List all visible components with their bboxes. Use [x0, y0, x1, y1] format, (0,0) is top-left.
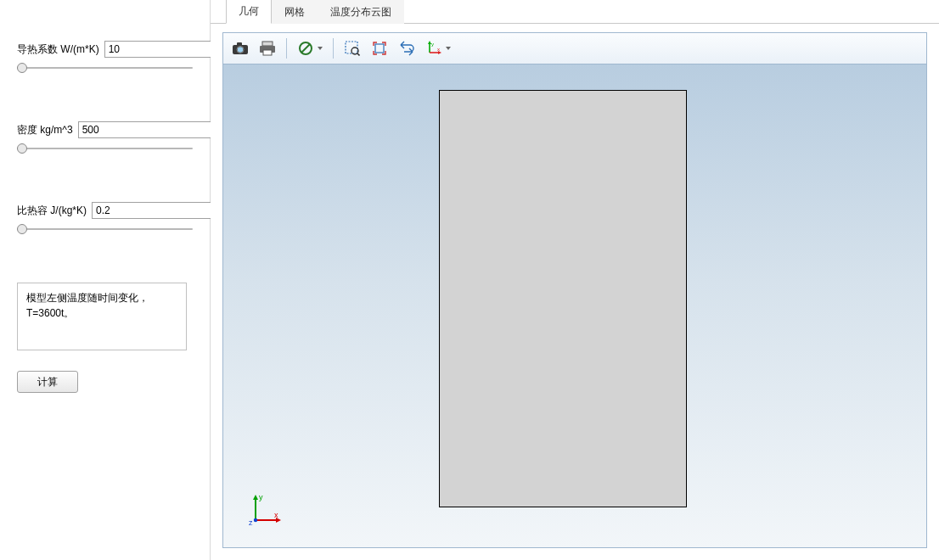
density-input[interactable]: [78, 121, 214, 138]
svg-point-23: [254, 518, 257, 522]
svg-line-11: [357, 53, 360, 56]
svg-rect-1: [237, 42, 242, 46]
axis-gizmo: y x z: [247, 491, 284, 529]
specific-heat-slider[interactable]: [17, 222, 193, 236]
tab-temperature-plot[interactable]: 温度分布云图: [318, 0, 404, 24]
svg-rect-12: [375, 44, 384, 53]
main-area: 几何 网格 温度分布云图: [211, 0, 939, 560]
description-box: 模型左侧温度随时间变化，T=3600t。: [17, 283, 187, 350]
specific-heat-input[interactable]: [92, 202, 228, 219]
svg-text:x: x: [437, 47, 440, 52]
param-thermal-conductivity: 导热系数 W/(m*K): [17, 41, 193, 75]
svg-rect-4: [262, 42, 273, 46]
zoom-box-icon[interactable]: [340, 36, 364, 60]
svg-rect-6: [263, 50, 272, 55]
rotate-icon[interactable]: [395, 36, 419, 60]
density-slider[interactable]: [17, 142, 193, 155]
toolbar-separator: [286, 38, 287, 59]
svg-point-2: [238, 47, 243, 52]
svg-marker-20: [253, 495, 258, 500]
axis-x-label: x: [274, 511, 278, 519]
viewport-toolbar: yx: [222, 32, 927, 64]
tab-mesh[interactable]: 网格: [272, 0, 318, 24]
sidebar: 导热系数 W/(m*K) 密度 kg/m^3 比热容 J/(kg*K): [0, 0, 211, 560]
param-label: 密度 kg/m^3: [17, 123, 73, 137]
camera-icon[interactable]: [228, 36, 252, 60]
param-density: 密度 kg/m^3: [17, 121, 193, 155]
geometry-viewport[interactable]: y x z: [222, 64, 927, 548]
thermal-conductivity-slider[interactable]: [17, 61, 193, 75]
param-label: 导热系数 W/(m*K): [17, 42, 99, 57]
zoom-extents-icon[interactable]: [368, 36, 391, 60]
axis-y-label: y: [259, 493, 263, 501]
no-symbol-icon[interactable]: [294, 36, 318, 60]
axes-icon[interactable]: yx: [422, 36, 446, 60]
compute-button[interactable]: 计算: [17, 371, 78, 393]
geometry-rectangle: [439, 90, 687, 507]
axis-z-label: z: [249, 518, 253, 527]
tabbar: 几何 网格 温度分布云图: [211, 0, 939, 24]
param-label: 比热容 J/(kg*K): [17, 204, 87, 218]
printer-icon[interactable]: [256, 36, 279, 60]
param-specific-heat: 比热容 J/(kg*K): [17, 202, 193, 236]
svg-line-8: [301, 44, 310, 53]
tab-geometry[interactable]: 几何: [226, 0, 272, 24]
toolbar-separator: [333, 38, 334, 59]
svg-text:y: y: [431, 42, 434, 47]
